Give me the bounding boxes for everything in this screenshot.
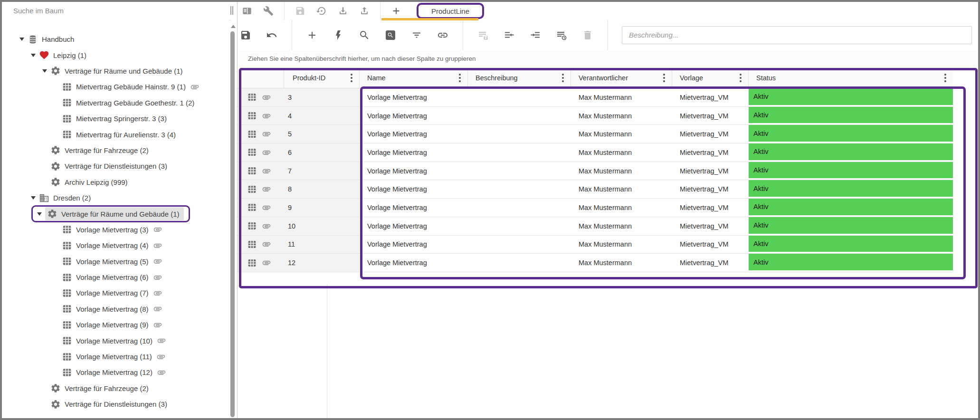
group-by-panel[interactable]: Ziehen Sie eine Spaltenüberschrift hierh… xyxy=(238,50,978,68)
tree-item[interactable]: Verträge für Dienstleistungen (3) xyxy=(2,158,229,174)
cell-status[interactable]: Aktiv xyxy=(749,107,953,125)
cell-beschreibung[interactable] xyxy=(468,236,571,254)
panel-list-icon[interactable] xyxy=(241,5,253,17)
cell-name[interactable]: Vorlage Mietvertrag xyxy=(360,107,468,125)
table-row[interactable]: 11Vorlage MietvertragMax MustermannMietv… xyxy=(238,236,953,254)
cell-id[interactable]: 11 xyxy=(284,236,360,254)
search-icon[interactable] xyxy=(358,29,371,41)
cell-name[interactable]: Vorlage Mietvertrag xyxy=(360,217,468,235)
quick-action-icon[interactable] xyxy=(332,29,344,41)
add-tab-icon[interactable] xyxy=(390,5,402,17)
expander-arrow-icon[interactable] xyxy=(28,196,39,200)
table-row[interactable]: 7Vorlage MietvertragMax MustermannMietve… xyxy=(238,162,953,181)
cell-id[interactable]: 7 xyxy=(284,162,360,180)
cell-id[interactable]: 10 xyxy=(284,217,360,235)
undo-icon[interactable] xyxy=(266,29,278,41)
cell-vorlage[interactable]: Mietvertrag_VM xyxy=(672,217,749,235)
tree-item[interactable]: Vorlage Mietvertrag (9) xyxy=(2,317,229,333)
tree-item[interactable]: Handbuch xyxy=(2,31,229,47)
cell-status[interactable]: Aktiv xyxy=(749,217,953,235)
column-menu-icon[interactable] xyxy=(562,74,564,76)
cell-verantwortlicher[interactable]: Max Mustermann xyxy=(571,254,672,272)
panel-splitter-handle[interactable] xyxy=(230,6,235,15)
cell-name[interactable]: Vorlage Mietvertrag xyxy=(360,236,468,254)
table-row[interactable]: 3Vorlage MietvertragMax MustermannMietve… xyxy=(238,88,953,107)
save-icon[interactable] xyxy=(239,29,252,41)
column-header-verantwortlicher[interactable]: Verantwortlicher xyxy=(571,68,672,88)
tree-item[interactable]: Leipzig (1) xyxy=(2,47,229,63)
cell-status[interactable]: Aktiv xyxy=(749,254,953,272)
expander-arrow-icon[interactable] xyxy=(39,69,50,73)
cell-id[interactable]: 4 xyxy=(284,107,360,125)
tree-item[interactable]: Verträge für Räume und Gebäude (1) xyxy=(2,63,229,79)
column-menu-icon[interactable] xyxy=(459,74,461,76)
cell-status[interactable]: Aktiv xyxy=(749,88,953,106)
tree-item[interactable]: Vorlage Mietvertrag (6) xyxy=(2,269,229,285)
tree-item[interactable]: Vorlage Mietvertrag (4) xyxy=(2,238,229,253)
filter-icon[interactable] xyxy=(410,29,423,41)
cell-vorlage[interactable]: Mietvertrag_VM xyxy=(672,107,749,125)
cell-name[interactable]: Vorlage Mietvertrag xyxy=(360,180,468,198)
table-row[interactable]: 8Vorlage MietvertragMax MustermannMietve… xyxy=(238,180,953,199)
tree-item[interactable]: Vorlage Mietvertrag (7) xyxy=(2,285,229,301)
cell-verantwortlicher[interactable]: Max Mustermann xyxy=(571,236,672,254)
delete-icon[interactable] xyxy=(581,29,594,41)
tree-scrollbar[interactable] xyxy=(230,31,235,417)
tree-item[interactable]: Vorlage Mietvertrag (8) xyxy=(2,301,229,317)
cell-id[interactable]: 9 xyxy=(284,199,360,217)
tree-item[interactable]: Mietvertrag Springerstr. 3 (3) xyxy=(2,111,229,126)
table-row[interactable]: 4Vorlage MietvertragMax MustermannMietve… xyxy=(238,107,953,125)
cell-id[interactable]: 6 xyxy=(284,143,360,162)
tree-item[interactable]: Verträge für Räume und Gebäude (1) xyxy=(2,206,229,221)
move-in-icon[interactable] xyxy=(529,29,542,41)
cell-status[interactable]: Aktiv xyxy=(749,180,953,198)
column-menu-icon[interactable] xyxy=(351,74,352,76)
cell-vorlage[interactable]: Mietvertrag_VM xyxy=(672,88,749,106)
cell-beschreibung[interactable] xyxy=(468,107,571,125)
wrench-icon[interactable] xyxy=(263,5,274,17)
expander-arrow-icon[interactable] xyxy=(34,212,45,216)
cell-beschreibung[interactable] xyxy=(468,180,571,198)
tree-item[interactable]: Vorlage Mietvertrag (3) xyxy=(2,222,229,238)
table-row[interactable]: 5Vorlage MietvertragMax MustermannMietve… xyxy=(238,125,953,143)
add-row-icon[interactable] xyxy=(306,29,318,41)
download-icon[interactable] xyxy=(337,5,349,17)
rows-history-icon[interactable] xyxy=(555,29,568,41)
cell-status[interactable]: Aktiv xyxy=(749,236,953,254)
cell-beschreibung[interactable] xyxy=(468,217,571,235)
cell-vorlage[interactable]: Mietvertrag_VM xyxy=(672,162,749,180)
cell-verantwortlicher[interactable]: Max Mustermann xyxy=(571,107,672,125)
column-menu-icon[interactable] xyxy=(740,74,742,76)
cell-beschreibung[interactable] xyxy=(468,88,571,106)
table-row[interactable]: 6Vorlage MietvertragMax MustermannMietve… xyxy=(238,143,953,162)
cell-vorlage[interactable]: Mietvertrag_VM xyxy=(672,180,749,198)
cell-status[interactable]: Aktiv xyxy=(749,143,953,162)
cell-status[interactable]: Aktiv xyxy=(749,162,953,180)
cell-beschreibung[interactable] xyxy=(468,143,571,162)
tree-item[interactable]: Archiv Leipzig (999) xyxy=(2,174,229,190)
column-header-status[interactable]: Status xyxy=(749,68,953,88)
expander-arrow-icon[interactable] xyxy=(16,38,28,41)
cell-id[interactable]: 12 xyxy=(284,254,360,272)
cell-verantwortlicher[interactable]: Max Mustermann xyxy=(571,217,672,235)
tree-item[interactable]: Vorlage Mietvertrag (5) xyxy=(2,253,229,269)
cell-name[interactable]: Vorlage Mietvertrag xyxy=(360,162,468,180)
tree-search-field[interactable]: Suche im Baum xyxy=(2,2,230,20)
tree-item[interactable]: Dresden (2) xyxy=(2,190,229,206)
cell-verantwortlicher[interactable]: Max Mustermann xyxy=(571,180,672,198)
tree-item[interactable]: Mietvertrag Gebäude Hainstr. 9 (1) xyxy=(2,79,229,95)
expander-arrow-icon[interactable] xyxy=(28,54,39,57)
cell-beschreibung[interactable] xyxy=(468,125,571,143)
table-row[interactable]: 9Vorlage MietvertragMax MustermannMietve… xyxy=(238,199,953,217)
table-row[interactable]: 10Vorlage MietvertragMax MustermannMietv… xyxy=(238,217,953,236)
link-icon[interactable] xyxy=(437,29,449,41)
column-header-vorlage[interactable]: Vorlage xyxy=(672,68,749,88)
column-menu-icon[interactable] xyxy=(663,74,665,76)
cell-verantwortlicher[interactable]: Max Mustermann xyxy=(571,162,672,180)
cell-verantwortlicher[interactable]: Max Mustermann xyxy=(571,88,672,106)
tree-item[interactable]: Vorlage Mietvertrag (12) xyxy=(2,364,229,380)
cell-name[interactable]: Vorlage Mietvertrag xyxy=(360,143,468,162)
cell-name[interactable]: Vorlage Mietvertrag xyxy=(360,199,468,217)
tree-item[interactable]: Verträge für Fahrzeuge (2) xyxy=(2,381,229,396)
tree-item[interactable]: Verträge für Dienstleistungen (3) xyxy=(2,396,229,412)
